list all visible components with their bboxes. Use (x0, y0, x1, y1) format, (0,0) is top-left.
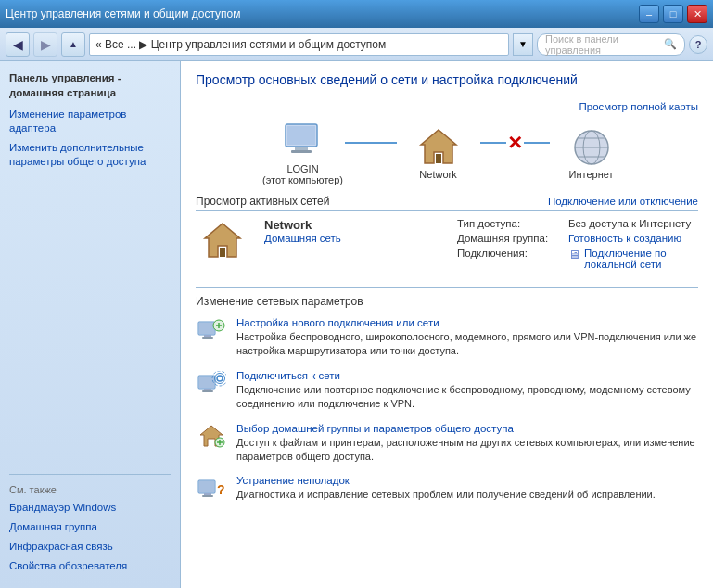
setting-icon-1 (196, 317, 227, 345)
map-item-computer: LOGIN(этот компьютер) (261, 121, 345, 185)
sidebar-link-firewall[interactable]: Брандмауэр Windows (9, 501, 171, 515)
help-button[interactable]: ? (689, 35, 707, 54)
view-full-map: Просмотр полной карты (196, 100, 698, 113)
page-title: Просмотр основных сведений о сети и наст… (196, 72, 698, 87)
setting-link-1[interactable]: Настройка нового подключения или сети (236, 317, 698, 328)
setting-item-1: Настройка нового подключения или сети На… (196, 317, 698, 359)
address-dropdown[interactable]: ▼ (513, 33, 533, 56)
titlebar-buttons: – □ ✕ (639, 5, 707, 23)
network-details-left: Network Домашняя сеть (264, 218, 442, 274)
setting-item-2: Подключиться к сети Подключение или повт… (196, 370, 698, 412)
globe-icon (568, 126, 615, 169)
setting-link-2[interactable]: Подключиться к сети (236, 370, 698, 381)
svg-rect-17 (202, 337, 213, 339)
connect-disconnect-link[interactable]: Подключение или отключение (548, 196, 698, 207)
home-group-row: Домашняя группа: Готовность к созданию (457, 233, 698, 244)
close-button[interactable]: ✕ (687, 5, 707, 23)
setting-desc-2: Подключение или повторное подключение к … (236, 384, 691, 409)
setting-text-3: Выбор домашней группы и параметров общег… (236, 423, 698, 465)
connector-x-icon: ✕ (507, 132, 523, 154)
addressbar: ◀ ▶ ▲ « Все ... ▶ Центр управления сетям… (0, 28, 713, 61)
sidebar-link-browser[interactable]: Свойства обозревателя (9, 559, 171, 573)
sidebar-link-infrared[interactable]: Инфракрасная связь (9, 540, 171, 554)
map-label-network: Network (419, 169, 456, 180)
network-name: Network (264, 218, 442, 232)
access-type-row: Тип доступа: Без доступа к Интернету (457, 218, 698, 229)
network-house-icon (201, 222, 244, 261)
access-type-key: Тип доступа: (457, 218, 568, 229)
home-group-val[interactable]: Готовность к созданию (568, 233, 681, 244)
network-type-link[interactable]: Домашняя сеть (264, 233, 341, 244)
home-group-key: Домашняя группа: (457, 233, 568, 244)
setting-icon-4: ? (196, 475, 227, 503)
sidebar-divider (9, 474, 171, 475)
svg-rect-16 (204, 335, 211, 337)
map-label-internet: Интернет (569, 169, 614, 180)
svg-point-25 (217, 376, 223, 381)
network-map: LOGIN(этот компьютер) (196, 121, 698, 185)
map-item-internet: Интернет (550, 126, 633, 180)
setting-desc-4: Диагностика и исправление сетевых пробле… (236, 489, 656, 500)
address-field[interactable]: « Все ... ▶ Центр управления сетями и об… (89, 33, 509, 56)
setting-icon-3 (196, 423, 227, 451)
minimize-button[interactable]: – (639, 5, 659, 23)
setting-text-2: Подключиться к сети Подключение или повт… (236, 370, 698, 412)
connections-val[interactable]: Подключение по локальной сети (584, 248, 698, 270)
change-section: Изменение сетевых параметров Настро (196, 287, 698, 503)
map-label-computer: LOGIN(этот компьютер) (262, 163, 343, 185)
connections-key: Подключения: (457, 248, 568, 259)
svg-rect-35 (202, 495, 213, 497)
setting-desc-3: Доступ к файлам и принтерам, расположенн… (236, 437, 695, 462)
network-icon-area (196, 218, 249, 274)
svg-rect-2 (295, 147, 308, 150)
svg-rect-34 (204, 493, 211, 495)
active-networks-header: Просмотр активных сетей Подключение или … (196, 195, 698, 211)
sidebar-link-homegroup[interactable]: Домашняя группа (9, 520, 171, 534)
sidebar: Панель управления - домашняя страница Из… (0, 61, 181, 588)
connection-icon: 🖥 (568, 248, 580, 262)
setting-link-3[interactable]: Выбор домашней группы и параметров общег… (236, 423, 698, 434)
search-placeholder: Поиск в панели управления (545, 33, 660, 56)
setting-link-4[interactable]: Устранение неполадок (236, 475, 698, 486)
setting-item-4: ? Устранение неполадок Диагностика и исп… (196, 475, 698, 503)
svg-rect-24 (202, 390, 213, 392)
setting-item-3: Выбор домашней группы и параметров общег… (196, 423, 698, 465)
connections-row: Подключения: 🖥 Подключение по локальной … (457, 248, 698, 270)
setting-text-1: Настройка нового подключения или сети На… (236, 317, 698, 359)
access-type-val: Без доступа к Интернету (568, 218, 691, 229)
svg-rect-22 (199, 377, 214, 388)
address-text: « Все ... ▶ Центр управления сетями и об… (95, 38, 386, 51)
svg-rect-23 (204, 389, 211, 390)
up-button[interactable]: ▲ (61, 32, 85, 57)
setting-desc-1: Настройка беспроводного, широкополосного… (236, 331, 696, 356)
computer-icon (280, 121, 326, 163)
content-area: Просмотр основных сведений о сети и наст… (181, 61, 713, 588)
titlebar-title: Центр управления сетями и общим доступом (6, 7, 241, 20)
svg-rect-13 (220, 248, 225, 257)
setting-text-4: Устранение неполадок Диагностика и испра… (236, 475, 698, 502)
sidebar-link-sharing[interactable]: Изменить дополнительные параметры общего… (9, 141, 171, 169)
network-details-right: Тип доступа: Без доступа к Интернету Дом… (457, 218, 698, 274)
map-item-network: Network (397, 126, 480, 180)
connector2: ✕ (480, 132, 550, 154)
svg-rect-5 (436, 154, 441, 163)
main-layout: Панель управления - домашняя страница Из… (0, 61, 713, 588)
house-icon (415, 126, 462, 169)
network-row: Network Домашняя сеть Тип доступа: Без д… (196, 218, 698, 274)
svg-rect-1 (287, 126, 315, 145)
view-full-map-link[interactable]: Просмотр полной карты (579, 101, 698, 112)
back-button[interactable]: ◀ (6, 32, 30, 57)
svg-rect-33 (199, 481, 214, 492)
sidebar-link-adapter[interactable]: Изменение параметров адаптера (9, 108, 171, 135)
connector1 (345, 142, 397, 144)
svg-rect-15 (199, 323, 214, 334)
titlebar: Центр управления сетями и общим доступом… (0, 0, 713, 28)
maximize-button[interactable]: □ (663, 5, 683, 23)
search-icon: 🔍 (664, 38, 677, 50)
sidebar-also-label: См. также (9, 484, 171, 495)
forward-button[interactable]: ▶ (33, 32, 57, 57)
network-map-container: Просмотр полной карты LOGIN(этот компьют… (196, 100, 698, 185)
setting-icon-2 (196, 370, 227, 398)
sidebar-main-title: Панель управления - домашняя страница (9, 70, 171, 100)
search-field[interactable]: Поиск в панели управления 🔍 (537, 33, 685, 56)
